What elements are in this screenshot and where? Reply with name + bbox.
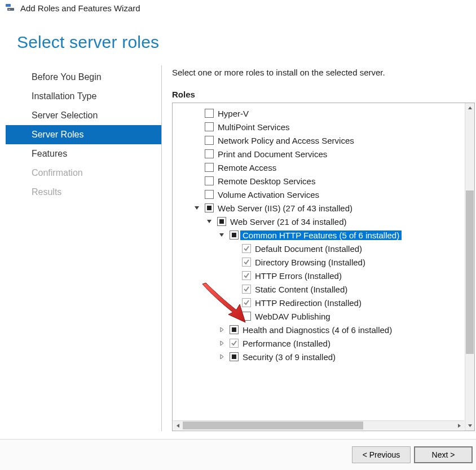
- page-title: Select server roles: [17, 33, 459, 52]
- expander-spacer: [230, 312, 238, 320]
- expander-open-icon[interactable]: [193, 204, 201, 212]
- expander-open-icon[interactable]: [218, 231, 226, 239]
- wizard-window: Add Roles and Features Wizard Select ser…: [0, 0, 476, 470]
- tree-item-label[interactable]: Web Server (IIS) (27 of 43 installed): [215, 203, 355, 213]
- expander-closed-icon[interactable]: [218, 353, 226, 361]
- tree-item-label[interactable]: Directory Browsing (Installed): [253, 258, 368, 267]
- expander-spacer: [193, 163, 201, 171]
- titlebar: Add Roles and Features Wizard: [0, 0, 476, 16]
- tree-checkbox[interactable]: [205, 122, 214, 131]
- tree-item-label[interactable]: HTTP Redirection (Installed): [253, 298, 364, 308]
- tree-checkbox[interactable]: [230, 352, 239, 361]
- tree-row[interactable]: Volume Activation Services: [176, 188, 462, 201]
- tree-checkbox[interactable]: [205, 203, 214, 212]
- tree-checkbox: [242, 298, 251, 307]
- previous-button[interactable]: < Previous: [352, 446, 411, 463]
- step-before-you-begin[interactable]: Before You Begin: [6, 68, 161, 87]
- tree-item-label[interactable]: Static Content (Installed): [253, 285, 350, 294]
- tree-row[interactable]: Hyper-V: [176, 107, 462, 120]
- tree-checkbox[interactable]: [230, 325, 239, 334]
- tree-row[interactable]: Remote Desktop Services: [176, 174, 462, 188]
- expander-spacer: [230, 272, 238, 280]
- expander-open-icon[interactable]: [205, 218, 213, 225]
- tree-checkbox: [242, 271, 251, 280]
- tree-row[interactable]: Remote Access: [176, 161, 462, 174]
- tree-item-label[interactable]: Remote Desktop Services: [215, 176, 318, 186]
- scroll-down-icon[interactable]: [465, 421, 475, 431]
- tree-checkbox[interactable]: [230, 230, 239, 240]
- wizard-footer: < Previous Next >: [0, 440, 476, 470]
- tree-row[interactable]: Performance (Installed): [176, 336, 462, 350]
- tree-checkbox[interactable]: [205, 149, 214, 158]
- expander-spacer: [230, 299, 238, 307]
- horizontal-scrollbar[interactable]: [173, 420, 464, 430]
- tree-row[interactable]: Web Server (21 of 34 installed): [176, 215, 462, 228]
- scroll-right-icon[interactable]: [455, 421, 464, 431]
- roles-heading: Roles: [172, 90, 475, 99]
- tree-checkbox: [242, 258, 251, 267]
- tree-checkbox[interactable]: [217, 217, 226, 226]
- tree-row[interactable]: Directory Browsing (Installed): [176, 255, 462, 269]
- page-header: Select server roles: [0, 16, 476, 65]
- expander-closed-icon[interactable]: [218, 339, 226, 347]
- wizard-body: Before You BeginInstallation TypeServer …: [0, 65, 476, 431]
- tree-row[interactable]: Security (3 of 9 installed): [176, 350, 462, 363]
- tree-checkbox: [242, 285, 251, 294]
- tree-item-label[interactable]: Default Document (Installed): [253, 244, 364, 254]
- expander-spacer: [193, 123, 201, 131]
- tree-row[interactable]: Web Server (IIS) (27 of 43 installed): [176, 201, 462, 215]
- step-features[interactable]: Features: [6, 144, 161, 163]
- roles-box-wrapper: Hyper-VMultiPoint ServicesNetwork Policy…: [172, 103, 475, 431]
- tree-row[interactable]: HTTP Redirection (Installed): [176, 296, 462, 309]
- expander-spacer: [193, 190, 201, 198]
- tree-row[interactable]: Print and Document Services: [176, 147, 462, 161]
- tree-item-label[interactable]: Print and Document Services: [215, 149, 329, 159]
- tree-item-label[interactable]: HTTP Errors (Installed): [253, 271, 344, 281]
- expander-spacer: [193, 109, 201, 117]
- tree-checkbox[interactable]: [205, 109, 214, 118]
- tree-item-label[interactable]: Web Server (21 of 34 installed): [228, 217, 349, 227]
- expander-spacer: [230, 285, 238, 293]
- scroll-thumb-vertical[interactable]: [466, 190, 474, 354]
- tree-checkbox[interactable]: [205, 176, 214, 185]
- tree-checkbox[interactable]: [205, 163, 214, 172]
- main-panel: Select one or more roles to install on t…: [161, 65, 475, 431]
- tree-row[interactable]: Common HTTP Features (5 of 6 installed): [176, 228, 462, 242]
- step-installation-type[interactable]: Installation Type: [6, 87, 161, 106]
- tree-item-label[interactable]: MultiPoint Services: [215, 122, 292, 132]
- tree-row[interactable]: Health and Diagnostics (4 of 6 installed…: [176, 323, 462, 336]
- tree-item-label[interactable]: Volume Activation Services: [215, 190, 321, 199]
- tree-item-label[interactable]: Common HTTP Features (5 of 6 installed): [240, 230, 402, 240]
- roles-tree-box: Hyper-VMultiPoint ServicesNetwork Policy…: [172, 103, 475, 431]
- tree-row[interactable]: WebDAV Publishing: [176, 309, 462, 323]
- expander-spacer: [230, 245, 238, 252]
- tree-item-label[interactable]: WebDAV Publishing: [253, 312, 333, 321]
- tree-row[interactable]: Static Content (Installed): [176, 282, 462, 296]
- scroll-thumb-horizontal[interactable]: [183, 422, 363, 429]
- tree-checkbox[interactable]: [205, 136, 214, 145]
- expander-closed-icon[interactable]: [218, 326, 226, 334]
- tree-item-label[interactable]: Hyper-V: [215, 109, 251, 118]
- tree-item-label[interactable]: Network Policy and Access Services: [215, 136, 356, 145]
- tree-item-label[interactable]: Performance (Installed): [240, 339, 333, 348]
- tree-checkbox[interactable]: [242, 312, 251, 321]
- tree-row[interactable]: Default Document (Installed): [176, 242, 462, 255]
- roles-tree[interactable]: Hyper-VMultiPoint ServicesNetwork Policy…: [173, 103, 465, 431]
- step-server-selection[interactable]: Server Selection: [6, 106, 161, 125]
- tree-item-label[interactable]: Security (3 of 9 installed): [240, 352, 338, 362]
- tree-row[interactable]: MultiPoint Services: [176, 120, 462, 134]
- svg-rect-0: [6, 4, 11, 7]
- step-server-roles[interactable]: Server Roles: [6, 125, 161, 144]
- scroll-up-icon[interactable]: [465, 103, 475, 113]
- tree-item-label[interactable]: Remote Access: [215, 163, 279, 172]
- tree-item-label[interactable]: Health and Diagnostics (4 of 6 installed…: [240, 325, 394, 335]
- instruction-text: Select one or more roles to install on t…: [172, 68, 475, 77]
- step-confirmation: Confirmation: [6, 163, 161, 183]
- tree-checkbox[interactable]: [205, 190, 214, 199]
- vertical-scrollbar[interactable]: [465, 103, 474, 431]
- next-button[interactable]: Next >: [414, 446, 473, 463]
- tree-row[interactable]: HTTP Errors (Installed): [176, 269, 462, 282]
- server-manager-icon: [5, 2, 16, 14]
- scroll-left-icon[interactable]: [173, 421, 183, 431]
- tree-row[interactable]: Network Policy and Access Services: [176, 134, 462, 147]
